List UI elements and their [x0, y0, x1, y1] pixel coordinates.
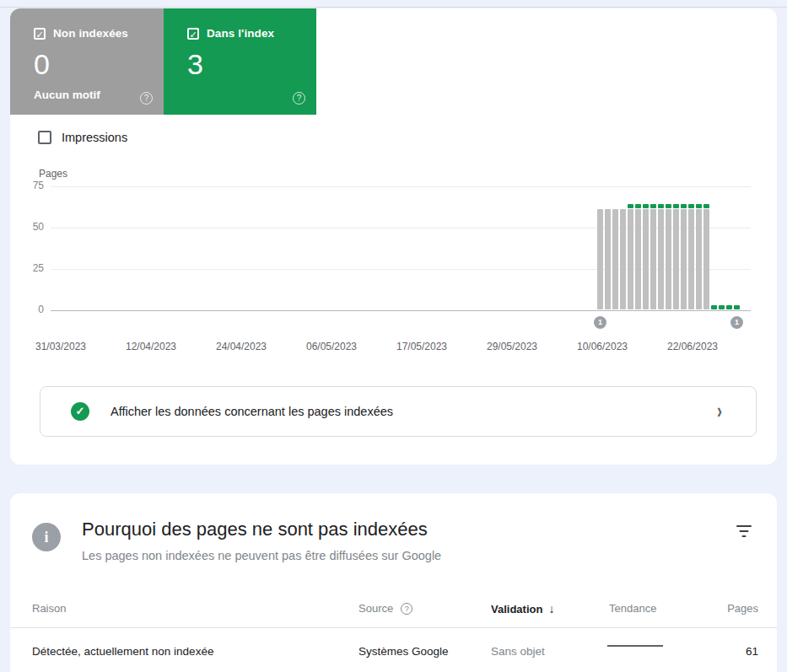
bar-non-indexed [696, 209, 702, 309]
bar-indexed [688, 204, 694, 208]
metric-cards: ✓ Non indexées 0 Aucun motif ? ✓ Dans l'… [10, 8, 316, 115]
bar-indexed [711, 305, 717, 309]
bar-indexed [643, 204, 649, 208]
column-header-tendance[interactable]: Tendance [609, 602, 656, 615]
x-tick-label: 06/05/2023 [306, 341, 357, 352]
x-tick-label: 17/05/2023 [396, 341, 447, 352]
x-tick-label: 24/04/2023 [216, 341, 267, 352]
y-tick-label: 50 [15, 221, 44, 233]
x-tick-label: 12/04/2023 [126, 341, 176, 352]
chevron-right-icon[interactable]: › [717, 399, 722, 423]
bar-non-indexed [643, 209, 649, 309]
pages-bar-chart: Pages 75502501131/03/202312/04/202324/04… [10, 166, 777, 364]
bar-non-indexed [658, 209, 664, 309]
bar-non-indexed [650, 209, 656, 309]
metric-card-dans-index[interactable]: ✓ Dans l'index 3 ? [164, 8, 316, 115]
impressions-label: Impressions [62, 131, 127, 144]
row-reason[interactable]: Détectée, actuellement non indexée [32, 645, 213, 658]
column-header-pages[interactable]: Pages [727, 602, 758, 615]
top-strip [0, 0, 787, 8]
row-validation: Sans objet [491, 645, 545, 658]
bar-non-indexed [612, 209, 618, 309]
bar-non-indexed [666, 209, 671, 309]
bar-non-indexed [620, 209, 626, 309]
check-circle-icon: ✓ [71, 402, 89, 421]
indexing-chart-card: ✓ Non indexées 0 Aucun motif ? ✓ Dans l'… [10, 8, 777, 465]
bar-non-indexed [703, 209, 709, 309]
view-indexed-pages-banner[interactable]: ✓ Afficher les données concernant les pa… [40, 386, 757, 437]
metric-label: Non indexées [53, 27, 128, 40]
bar-non-indexed [605, 209, 611, 309]
filter-icon[interactable] [736, 525, 752, 539]
column-header-source[interactable]: Source ? [358, 602, 412, 615]
bar-non-indexed [673, 209, 679, 309]
impressions-toggle[interactable]: Impressions [38, 131, 127, 144]
bar-indexed [666, 204, 671, 208]
bar-indexed [650, 204, 656, 208]
bar-indexed [681, 204, 687, 208]
metric-label: Dans l'index [207, 27, 274, 40]
bar-indexed [673, 204, 679, 208]
bar-indexed [734, 305, 740, 309]
metric-sublabel: Aucun motif [34, 89, 152, 101]
help-icon[interactable]: ? [401, 603, 412, 615]
bar-indexed [696, 204, 702, 208]
column-header-raison[interactable]: Raison [32, 602, 66, 615]
row-pages-count: 61 [746, 645, 758, 658]
gridline-75 [51, 186, 751, 187]
table-header-row: Raison Source ? Validation ↓ Tendance Pa… [10, 589, 777, 628]
section-subtitle: Les pages non indexées ne peuvent pas êt… [82, 549, 441, 562]
bar-non-indexed [681, 209, 687, 309]
metric-value: 3 [187, 48, 305, 81]
validation-header-label: Validation [491, 603, 542, 616]
help-icon[interactable]: ? [293, 92, 305, 105]
x-tick-label: 31/03/2023 [35, 341, 86, 352]
source-header-label: Source [358, 602, 393, 615]
gridline-0 [51, 310, 751, 311]
bar-non-indexed [635, 209, 641, 309]
not-indexed-reasons-card: i Pourquoi des pages ne sont pas indexée… [10, 493, 777, 672]
y-tick-label: 75 [15, 180, 44, 191]
metric-card-non-indexees[interactable]: ✓ Non indexées 0 Aucun motif ? [10, 8, 164, 115]
chart-marker[interactable]: 1 [594, 316, 606, 329]
help-icon[interactable]: ? [140, 92, 153, 105]
y-axis-title: Pages [39, 168, 67, 180]
table-row[interactable]: Détectée, actuellement non indexée Systè… [10, 628, 777, 672]
trend-sparkline [607, 645, 663, 647]
y-tick-label: 0 [15, 304, 44, 315]
bar-indexed [628, 204, 633, 208]
bar-non-indexed [628, 209, 633, 309]
x-tick-label: 10/06/2023 [577, 341, 628, 352]
bar-indexed [635, 204, 641, 208]
x-tick-label: 22/06/2023 [667, 341, 718, 352]
x-tick-label: 29/05/2023 [487, 341, 537, 352]
y-tick-label: 25 [15, 262, 44, 274]
bar-non-indexed [597, 209, 603, 309]
bar-indexed [726, 305, 732, 309]
section-title: Pourquoi des pages ne sont pas indexées [82, 519, 428, 540]
sort-descending-icon[interactable]: ↓ [548, 602, 554, 616]
checkbox-checked-icon[interactable]: ✓ [34, 28, 46, 40]
banner-label: Afficher les données concernant les page… [111, 405, 717, 418]
metric-value: 0 [34, 48, 152, 81]
checkbox-checked-icon[interactable]: ✓ [187, 28, 199, 40]
column-header-validation[interactable]: Validation ↓ [491, 602, 554, 616]
bar-non-indexed [688, 209, 694, 309]
info-icon: i [32, 523, 61, 551]
bar-indexed [658, 204, 664, 208]
bar-indexed [703, 204, 709, 208]
row-source: Systèmes Google [358, 645, 449, 658]
bar-indexed [719, 305, 725, 309]
checkbox-unchecked-icon[interactable] [38, 131, 51, 144]
chart-marker[interactable]: 1 [730, 316, 743, 329]
